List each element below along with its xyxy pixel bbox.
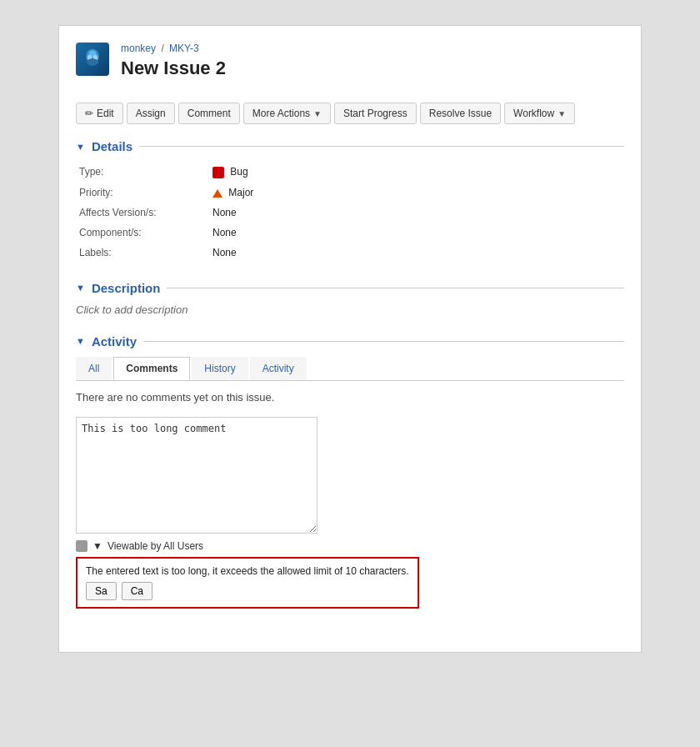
- breadcrumb-project[interactable]: monkey: [121, 43, 156, 54]
- error-message: The entered text is too long, it exceeds…: [86, 565, 409, 577]
- bug-icon: [212, 167, 224, 178]
- more-actions-button[interactable]: More Actions ▼: [243, 103, 331, 124]
- description-toggle[interactable]: ▼: [76, 283, 85, 293]
- lock-icon: [76, 540, 88, 552]
- tab-activity[interactable]: Activity: [250, 357, 307, 380]
- components-label: Component/s:: [76, 223, 209, 243]
- priority-label: Priority:: [76, 183, 209, 203]
- start-progress-button[interactable]: Start Progress: [334, 103, 417, 124]
- priority-icon: [212, 189, 222, 198]
- viewable-dropdown-icon[interactable]: ▼: [92, 540, 102, 552]
- labels-label: Labels:: [76, 243, 209, 263]
- avatar: [76, 43, 109, 76]
- comment-textarea[interactable]: This is too long comment: [76, 417, 318, 534]
- type-value: Bug: [209, 162, 624, 183]
- breadcrumb: monkey / MKY-3: [121, 43, 226, 54]
- activity-title: Activity: [92, 334, 137, 348]
- description-title: Description: [92, 281, 161, 295]
- type-row: Type: Bug: [76, 162, 624, 183]
- type-label: Type:: [76, 162, 209, 183]
- workflow-dropdown-icon: ▼: [558, 109, 566, 118]
- labels-value: None: [209, 243, 624, 263]
- tab-comments[interactable]: Comments: [113, 357, 190, 380]
- affects-value: None: [209, 203, 624, 223]
- issue-title: New Issue 2: [121, 58, 226, 79]
- labels-row: Labels: None: [76, 243, 624, 263]
- affects-row: Affects Version/s: None: [76, 203, 624, 223]
- form-buttons: Sa Ca: [86, 582, 409, 600]
- more-actions-dropdown-icon: ▼: [313, 109, 322, 118]
- assign-button[interactable]: Assign: [127, 103, 175, 124]
- details-table: Type: Bug Priority: Major Affects Versio…: [76, 162, 624, 263]
- activity-toggle[interactable]: ▼: [76, 336, 85, 346]
- priority-value: Major: [209, 183, 624, 203]
- tab-all[interactable]: All: [76, 357, 112, 380]
- error-box: The entered text is too long, it exceeds…: [76, 557, 419, 609]
- description-section: ▼ Description Click to add description: [76, 281, 624, 316]
- edit-icon: ✏: [85, 108, 93, 119]
- details-section: ▼ Details Type: Bug Priority: Major Affe: [76, 139, 624, 263]
- viewable-label: Viewable by All Users: [108, 540, 203, 552]
- save-button[interactable]: Sa: [86, 582, 117, 600]
- breadcrumb-separator: /: [161, 43, 163, 54]
- breadcrumb-issue-id[interactable]: MKY-3: [169, 43, 199, 54]
- details-title: Details: [92, 139, 132, 153]
- priority-row: Priority: Major: [76, 183, 624, 203]
- tab-history[interactable]: History: [192, 357, 248, 380]
- activity-section: ▼ Activity All Comments History Activity…: [76, 334, 624, 609]
- viewable-row: ▼ Viewable by All Users: [76, 540, 624, 552]
- resolve-issue-button[interactable]: Resolve Issue: [420, 103, 501, 124]
- no-comments-text: There are no comments yet on this issue.: [76, 391, 624, 404]
- description-placeholder[interactable]: Click to add description: [76, 303, 624, 316]
- details-toggle[interactable]: ▼: [76, 142, 85, 152]
- activity-divider: [143, 341, 624, 342]
- comment-button[interactable]: Comment: [178, 103, 240, 124]
- affects-label: Affects Version/s:: [76, 203, 209, 223]
- edit-button[interactable]: ✏ Edit: [76, 103, 123, 124]
- svg-point-4: [87, 58, 98, 66]
- cancel-button[interactable]: Ca: [122, 582, 152, 600]
- action-bar: ✏ Edit Assign Comment More Actions ▼ Sta…: [76, 103, 624, 124]
- description-divider: [167, 288, 624, 288]
- activity-tabs: All Comments History Activity: [76, 357, 624, 381]
- components-row: Component/s: None: [76, 223, 624, 243]
- page-container: monkey / MKY-3 New Issue 2 ✏ Edit Assign…: [58, 25, 642, 653]
- components-value: None: [209, 223, 624, 243]
- details-divider: [139, 146, 624, 147]
- workflow-button[interactable]: Workflow ▼: [504, 103, 575, 124]
